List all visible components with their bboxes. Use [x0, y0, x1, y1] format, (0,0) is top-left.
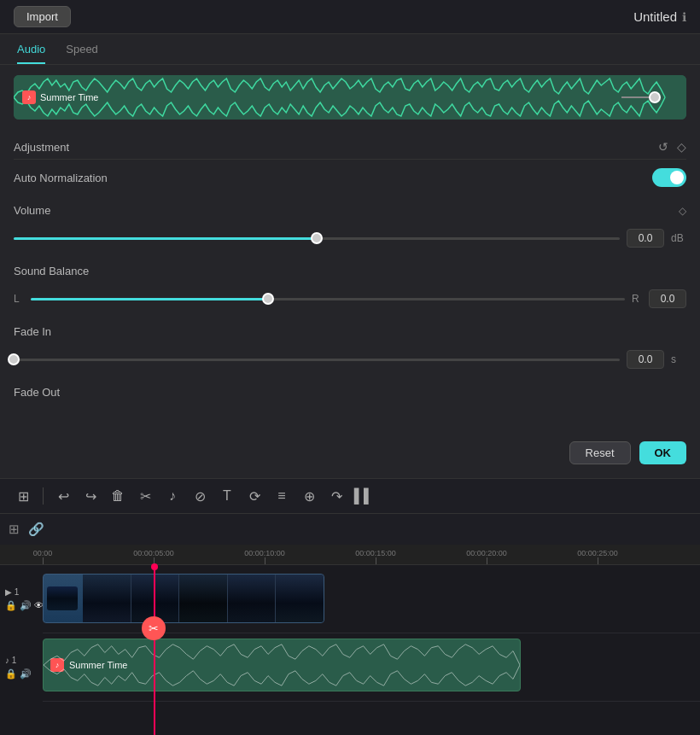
video-lock-icon[interactable]: 🔒 [5, 600, 17, 611]
ruler-label-0: 00:00 [33, 549, 53, 557]
audio-track-type-icon: ♪ 1 [5, 656, 32, 665]
fade-in-value[interactable]: 0.0 [627, 350, 664, 369]
toolbar-audio-icon[interactable]: ♪ [161, 488, 184, 504]
fade-out-label: Fade Out [14, 386, 116, 399]
audio-track-icons: 🔒 🔊 [5, 668, 32, 680]
toolbar-rotate-icon[interactable]: ⟳ [243, 488, 265, 505]
ruler-tick-4 [487, 557, 487, 564]
ruler-label-5: 00:00:25:00 [577, 549, 618, 557]
audio-lock-icon[interactable]: 🔒 [5, 668, 17, 680]
toolbar-grid-icon[interactable]: ⊞ [12, 488, 34, 505]
adjustment-icons: ↺ ◇ [658, 140, 686, 154]
auto-normalization-label: Auto Normalization [14, 172, 116, 184]
ruler-tick-0 [43, 557, 44, 564]
timeline-controls: ⊞ 🔗 [0, 514, 700, 545]
track-row-audio: ♪ 1 🔒 🔊 ♪ Summer Time [43, 633, 700, 702]
volume-right: ◇ [679, 205, 686, 217]
import-button[interactable]: Import [14, 6, 71, 27]
audio-track-content: ♪ Summer Time [43, 633, 700, 701]
top-bar: Import Untitled ℹ [0, 0, 700, 34]
auto-normalization-toggle[interactable] [652, 168, 686, 187]
toolbar-undo-icon[interactable]: ↩ [52, 488, 74, 505]
volume-diamond[interactable]: ◇ [679, 205, 686, 217]
video-track-icons: 🔒 🔊 👁 [5, 600, 44, 611]
info-icon[interactable]: ℹ [682, 10, 686, 24]
video-frame-4 [228, 575, 277, 622]
fade-in-row: Fade In [14, 317, 686, 347]
video-frames [83, 575, 324, 622]
toolbar: ⊞ ↩ ↪ 🗑 ✂ ♪ ⊘ T ⟳ ≡ ⊕ ↷ ▌▌ [0, 478, 700, 514]
playhead[interactable] [154, 565, 155, 735]
ruler-inner: 00:00 00:00:05:00 00:00:10:00 00:00:15:0… [43, 545, 700, 564]
ruler-tick-3 [376, 557, 376, 564]
reset-icon[interactable]: ↺ [658, 140, 668, 154]
volume-unit: dB [671, 232, 686, 244]
video-clip-thumb [47, 586, 78, 610]
ruler-label-1: 00:00:05:00 [133, 549, 174, 557]
adjustment-section-header: Adjustment ↺ ◇ [14, 130, 686, 160]
fade-in-unit: s [671, 353, 686, 365]
waveform-svg: // generate waveform bars inline via SVG… [14, 75, 686, 120]
fade-in-slider-row: 0.0 s [14, 347, 686, 377]
playhead-head [151, 563, 158, 570]
video-clip[interactable] [43, 574, 324, 623]
video-track-type-icon: ▶ 1 [5, 587, 44, 597]
video-track-label: ▶ 1 🔒 🔊 👁 [0, 565, 44, 633]
ruler-label-4: 00:00:20:00 [466, 549, 507, 557]
tab-audio[interactable]: Audio [17, 43, 45, 64]
audio-speaker-icon[interactable]: 🔊 [20, 668, 32, 680]
diamond-icon[interactable]: ◇ [677, 140, 686, 154]
volume-value[interactable]: 0.0 [627, 229, 664, 248]
video-frame-3 [179, 575, 228, 622]
toolbar-forward-icon[interactable]: ↷ [325, 488, 347, 505]
left-label: L [14, 293, 24, 305]
toolbar-redo-icon[interactable]: ↪ [79, 488, 102, 505]
toolbar-adjust-icon[interactable]: ≡ [271, 488, 293, 504]
timeline-link-icon[interactable]: 🔗 [28, 522, 44, 537]
reset-button[interactable]: Reset [569, 441, 631, 464]
volume-slider-thumb[interactable] [311, 232, 323, 244]
tab-speed[interactable]: Speed [66, 43, 98, 64]
toolbar-text-icon[interactable]: T [216, 488, 238, 504]
audio-clip-waveform [44, 639, 520, 691]
toolbar-add-icon[interactable]: ⊕ [298, 488, 320, 505]
sound-balance-fill [31, 298, 268, 300]
audio-clip[interactable]: ♪ Summer Time [43, 639, 521, 691]
volume-slider-track[interactable] [14, 237, 620, 240]
waveform-track-name: Summer Time [40, 92, 98, 102]
timeline-add-track-icon[interactable]: ⊞ [9, 522, 20, 537]
fade-in-slider-track[interactable] [14, 359, 620, 361]
ruler-tick-5 [598, 557, 598, 564]
timeline: ⊞ 🔗 00:00 00:00:05:00 00:00:10:00 00:00:… [0, 514, 700, 735]
right-label: R [632, 293, 642, 305]
fade-out-row: Fade Out [14, 377, 686, 407]
fade-in-label: Fade In [14, 325, 116, 338]
waveform-container: ♪ Summer Time // generate waveform bars … [14, 75, 686, 120]
sound-balance-thumb[interactable] [262, 293, 274, 305]
sound-balance-value[interactable]: 0.0 [649, 289, 686, 308]
ok-button[interactable]: OK [639, 441, 687, 464]
video-track-content [43, 565, 700, 633]
volume-thumb[interactable] [649, 91, 661, 103]
music-icon: ♪ [22, 90, 36, 104]
ruler-label-2: 00:00:10:00 [244, 549, 285, 557]
audio-track-label: ♪ 1 🔒 🔊 [0, 633, 32, 701]
video-audio-icon[interactable]: 🔊 [20, 600, 32, 611]
volume-row: Volume ◇ [14, 195, 686, 225]
ruler-tick-2 [265, 557, 265, 564]
toolbar-delete-icon[interactable]: 🗑 [107, 488, 129, 504]
toolbar-detach-icon[interactable]: ⊘ [189, 488, 211, 505]
volume-slider-row: 0.0 dB [14, 225, 686, 256]
toolbar-levels-icon[interactable]: ▌▌ [353, 488, 375, 504]
toolbar-cut-icon[interactable]: ✂ [134, 488, 156, 505]
tracks-wrapper: ✂ ▶ 1 🔒 🔊 👁 [0, 565, 700, 702]
panel-content: Adjustment ↺ ◇ Auto Normalization Volume… [0, 130, 700, 433]
fade-in-thumb[interactable] [8, 353, 20, 365]
sound-balance-row: Sound Balance [14, 256, 686, 286]
adjustment-label: Adjustment [14, 141, 69, 154]
sound-balance-label: Sound Balance [14, 265, 116, 277]
auto-normalization-row: Auto Normalization [14, 160, 686, 195]
volume-slider-fill [14, 237, 317, 240]
tab-bar: Audio Speed [0, 34, 700, 65]
sound-balance-slider-track[interactable] [31, 298, 625, 300]
